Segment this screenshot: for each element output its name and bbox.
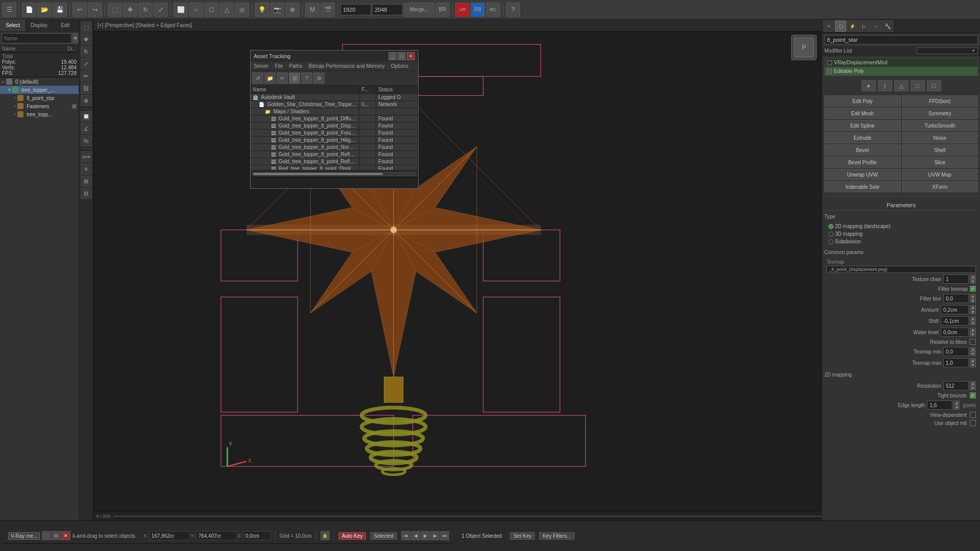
angle-tool[interactable]: ∠ xyxy=(81,123,92,134)
mod-btn-bevel-profile[interactable]: Bevel Profile xyxy=(824,157,901,168)
dialog-close[interactable]: ✕ xyxy=(407,52,415,60)
shift-input[interactable] xyxy=(941,316,969,325)
vray-btn[interactable]: VR xyxy=(455,3,470,17)
texmap-max-input[interactable] xyxy=(943,358,969,367)
asset-strip-btn[interactable]: ✂ xyxy=(277,72,288,84)
asset-row-6[interactable]: 🖼 Gold_tree_topper_8_point_Hilight_gloss… xyxy=(251,137,418,144)
water-down[interactable]: ▼ xyxy=(970,332,976,337)
tree-item-star[interactable]: • 8_point_star xyxy=(0,94,79,102)
menu-bitmap[interactable]: Bitmap Performance and Memory xyxy=(307,63,386,69)
move-btn[interactable]: ✥ xyxy=(123,3,137,17)
asset-help-btn[interactable]: ? xyxy=(301,72,312,84)
shift-up[interactable]: ▲ xyxy=(970,316,976,321)
search-icon[interactable]: ▼ xyxy=(72,33,78,43)
mod-btn-ffd[interactable]: FFD(box) xyxy=(902,95,978,107)
texmap-max-spinner[interactable]: ▲ ▼ xyxy=(943,358,976,367)
txmax-up[interactable]: ▲ xyxy=(970,358,976,363)
question-btn[interactable]: ? xyxy=(506,3,520,17)
mod-btn-indenable[interactable]: Indenable Sele xyxy=(824,181,901,192)
edge-up[interactable]: ▲ xyxy=(953,400,960,405)
asset-row-4[interactable]: 🖼 Gold_tree_topper_8_point_Displacement.… xyxy=(251,122,418,130)
open-btn[interactable]: 📂 xyxy=(37,3,52,17)
paint-tool[interactable]: ✏ xyxy=(81,70,92,82)
object-search[interactable] xyxy=(2,33,71,43)
mod-btn-symmetry[interactable]: Symmetry xyxy=(902,108,978,119)
txmin-down[interactable]: ▼ xyxy=(970,352,976,356)
texmap-min-input[interactable] xyxy=(943,347,969,356)
icon-modify[interactable]: ⬡ xyxy=(835,20,846,32)
tab-display[interactable]: Display xyxy=(26,19,52,31)
lights-btn[interactable]: 💡 xyxy=(255,3,269,17)
sub-btn-3[interactable]: □ xyxy=(911,80,925,91)
next-key[interactable]: ▶ xyxy=(430,531,439,540)
align-tool[interactable]: ≡ xyxy=(81,163,92,174)
amount-down[interactable]: ▼ xyxy=(970,310,976,314)
undo-btn[interactable]: ↩ xyxy=(72,3,87,17)
prev-frame[interactable]: ⏮ xyxy=(401,531,410,540)
mat-editor-btn[interactable]: M xyxy=(305,3,320,17)
asset-row-2[interactable]: 📁 Maps / Shaders xyxy=(251,108,418,115)
lock-btn[interactable]: 🔒 xyxy=(321,531,330,540)
tight-bounds-check[interactable]: ✓ xyxy=(970,392,976,398)
cone-btn[interactable]: △ xyxy=(219,3,234,17)
asset-list-btn[interactable]: ☰ xyxy=(289,72,300,84)
sub-btn-1[interactable]: | xyxy=(878,80,892,91)
modifier-editable-poly[interactable]: Editable Poly xyxy=(825,67,977,76)
mod-btn-turbosmooth[interactable]: TurboSmooth xyxy=(902,120,978,131)
shift-spinner[interactable]: ▲ ▼ xyxy=(941,316,976,325)
link-tool[interactable]: ⛓ xyxy=(81,83,92,94)
resolution-spinner[interactable]: ▲ ▼ xyxy=(943,381,976,390)
filter-texmap-check[interactable]: ✓ xyxy=(970,286,976,292)
radio-3d[interactable]: 3D mapping xyxy=(824,230,978,238)
blur-down[interactable]: ▼ xyxy=(970,298,976,303)
tree-item-fasteners[interactable]: • Fasteners ≡ xyxy=(0,102,79,110)
tab-select[interactable]: Select xyxy=(0,19,26,31)
icon-create[interactable]: + xyxy=(823,20,835,32)
mod-btn-extrude[interactable]: Extrude xyxy=(824,132,901,143)
scale-btn[interactable]: ⤢ xyxy=(154,3,168,17)
menu-paths[interactable]: Paths xyxy=(288,63,304,69)
res-up[interactable]: ▲ xyxy=(970,381,976,386)
mod-btn-noise[interactable]: Noise xyxy=(902,132,978,143)
dialog-minimize[interactable]: _ xyxy=(388,52,397,60)
sphere-btn[interactable]: ○ xyxy=(189,3,203,17)
render2-btn[interactable]: RC xyxy=(486,3,500,17)
texture-chan-input[interactable] xyxy=(943,274,969,284)
key-filters-btn[interactable]: Key Filters... xyxy=(539,532,575,540)
mod-btn-xform[interactable]: XForm xyxy=(902,181,978,192)
rotate-tool[interactable]: ↻ xyxy=(81,46,92,57)
icon-utilities[interactable]: 🔧 xyxy=(882,20,893,32)
asset-locate-btn[interactable]: 📁 xyxy=(264,72,276,84)
dialog-restore[interactable]: □ xyxy=(398,52,406,60)
br-btn[interactable]: BR xyxy=(435,3,450,17)
mod-btn-edit-poly[interactable]: Edit Poly xyxy=(824,95,901,107)
radio-subdiv[interactable]: Subdivision xyxy=(824,238,978,245)
rotate-btn[interactable]: ↻ xyxy=(138,3,153,17)
save-btn[interactable]: 💾 xyxy=(53,3,67,17)
mod-btn-uvwmap[interactable]: UVW Map xyxy=(902,169,978,180)
tree-item-tree-topper[interactable]: ▾ tree_topper_... xyxy=(0,86,79,94)
mod-btn-bevel[interactable]: Bevel xyxy=(824,144,901,156)
scale-tool[interactable]: ⤢ xyxy=(81,58,92,69)
app-menu-btn[interactable]: ☰ xyxy=(2,3,16,17)
timeline-track[interactable] xyxy=(114,512,822,520)
modifier-dropdown[interactable]: ▼ xyxy=(917,47,978,54)
height-input[interactable] xyxy=(372,4,403,15)
width-input[interactable]: 167,962cr xyxy=(340,4,371,15)
icon-motion[interactable]: ▷ xyxy=(859,20,870,32)
sub-btn-4[interactable]: ⬡ xyxy=(927,80,941,91)
snap-tool[interactable]: 🔲 xyxy=(81,111,92,122)
chan-up[interactable]: ▲ xyxy=(970,274,976,279)
mini-btn-2[interactable]: ⊞ xyxy=(52,531,61,540)
filter-blur-input[interactable] xyxy=(943,294,969,303)
water-up[interactable]: ▲ xyxy=(970,328,976,332)
rel-bbox-check[interactable] xyxy=(970,339,976,345)
helpers-btn[interactable]: ⊕ xyxy=(285,3,300,17)
y-input[interactable] xyxy=(196,531,237,540)
texmap-value[interactable]: _8_point_Displacement.png) xyxy=(826,266,976,273)
move-tool[interactable]: ✥ xyxy=(81,34,92,45)
menu-file[interactable]: File xyxy=(274,63,284,69)
asset-row-9[interactable]: 🖼 Gold_tree_topper_8_point_Reflect_gloss… xyxy=(251,158,418,165)
prev-key[interactable]: ◀ xyxy=(411,531,420,540)
merge-btn[interactable]: Merge... xyxy=(404,3,434,17)
